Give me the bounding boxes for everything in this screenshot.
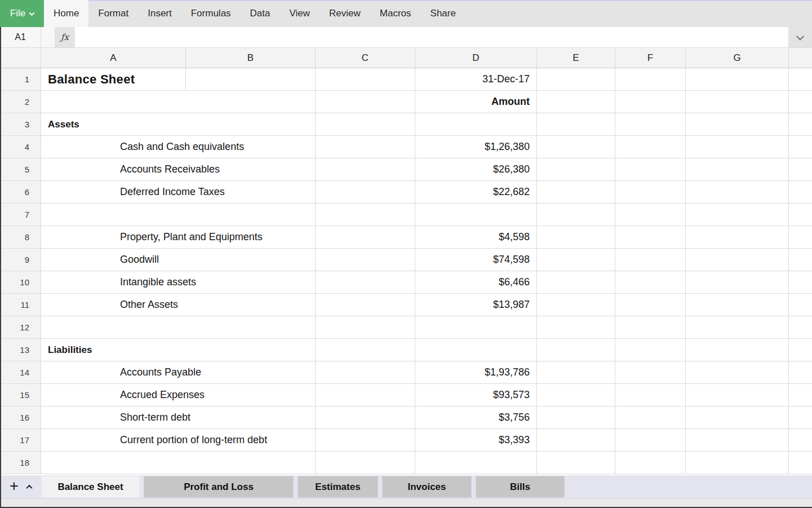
cell-A3[interactable]: Assets: [41, 113, 316, 136]
cell-C5[interactable]: [316, 158, 415, 181]
cell-H3[interactable]: [789, 113, 812, 136]
cell-C15[interactable]: [316, 384, 415, 407]
cell-F5[interactable]: [615, 158, 686, 181]
cell-C12[interactable]: [316, 316, 415, 339]
cell-C14[interactable]: [316, 361, 415, 384]
cell-E3[interactable]: [537, 113, 615, 136]
cell-C2[interactable]: [316, 91, 415, 113]
cell-F16[interactable]: [615, 407, 686, 429]
cell-G2[interactable]: [686, 91, 789, 113]
cell-H4[interactable]: [789, 136, 812, 158]
cell-H11[interactable]: [789, 294, 812, 316]
cell-E9[interactable]: [537, 249, 615, 271]
cell-C1[interactable]: [316, 68, 415, 91]
cell-F8[interactable]: [615, 226, 686, 249]
row-header-5[interactable]: 5: [0, 158, 41, 181]
cell-H8[interactable]: [789, 226, 812, 249]
menu-item-home[interactable]: Home: [44, 0, 88, 27]
row-header-12[interactable]: 12: [0, 316, 41, 339]
cell-A17[interactable]: Current portion of long-term debt: [41, 429, 316, 452]
cell-F9[interactable]: [615, 249, 686, 271]
cell-E8[interactable]: [537, 226, 615, 249]
cell-H10[interactable]: [789, 271, 812, 294]
cell-F15[interactable]: [615, 384, 686, 407]
cell-E6[interactable]: [537, 181, 615, 204]
cell-G7[interactable]: [686, 204, 789, 226]
cell-G8[interactable]: [686, 226, 789, 249]
cell-F10[interactable]: [615, 271, 686, 294]
cell-D16[interactable]: $3,756: [415, 407, 537, 429]
cell-E10[interactable]: [537, 271, 615, 294]
cell-D2[interactable]: Amount: [415, 91, 537, 113]
cell-A11[interactable]: Other Assets: [41, 294, 316, 316]
cell-G1[interactable]: [686, 68, 789, 91]
column-header-D[interactable]: D: [415, 48, 537, 68]
cell-D1[interactable]: 31-Dec-17: [415, 68, 537, 91]
menu-item-formulas[interactable]: Formulas: [181, 0, 241, 27]
sheet-tab-invoices[interactable]: Invoices: [382, 476, 472, 498]
formula-bar-expand-button[interactable]: [788, 27, 812, 47]
cell-F4[interactable]: [615, 136, 686, 158]
row-header-3[interactable]: 3: [0, 113, 41, 136]
cell-D5[interactable]: $26,380: [415, 158, 537, 181]
cell-G16[interactable]: [686, 407, 789, 429]
column-header-B[interactable]: B: [186, 48, 316, 68]
cell-D7[interactable]: [415, 204, 537, 226]
cell-A7[interactable]: [41, 204, 316, 226]
cell-H17[interactable]: [789, 429, 812, 452]
cell-C17[interactable]: [316, 429, 415, 452]
cell-C4[interactable]: [316, 136, 415, 158]
cell-C3[interactable]: [316, 113, 415, 136]
cell-G5[interactable]: [686, 158, 789, 181]
row-header-15[interactable]: 15: [0, 384, 41, 407]
cell-E4[interactable]: [537, 136, 615, 158]
cell-reference-box[interactable]: A1: [0, 27, 41, 47]
sheet-tab-bills[interactable]: Bills: [476, 476, 565, 498]
cell-E1[interactable]: [537, 68, 615, 91]
cell-H15[interactable]: [789, 384, 812, 407]
menu-item-insert[interactable]: Insert: [138, 0, 181, 27]
cell-C11[interactable]: [316, 294, 415, 316]
insert-function-button[interactable]: ƒx: [55, 27, 75, 47]
cell-C10[interactable]: [316, 271, 415, 294]
cell-G12[interactable]: [686, 316, 789, 339]
cell-A15[interactable]: Accrued Expenses: [41, 384, 316, 407]
row-header-1[interactable]: 1: [0, 68, 41, 91]
cell-E18[interactable]: [537, 452, 615, 474]
row-header-16[interactable]: 16: [0, 407, 41, 429]
cell-A2[interactable]: [41, 91, 316, 113]
cell-F18[interactable]: [615, 452, 686, 474]
cell-F7[interactable]: [615, 204, 686, 226]
cell-D18[interactable]: [415, 452, 537, 474]
cell-E7[interactable]: [537, 204, 615, 226]
row-header-2[interactable]: 2: [0, 91, 41, 113]
cell-D6[interactable]: $22,682: [415, 181, 537, 204]
add-sheet-button[interactable]: +: [10, 479, 19, 494]
cell-G6[interactable]: [686, 181, 789, 204]
menu-item-view[interactable]: View: [280, 0, 320, 27]
formula-input[interactable]: [75, 27, 788, 47]
cell-C6[interactable]: [316, 181, 415, 204]
cell-G14[interactable]: [686, 361, 789, 384]
cell-B1[interactable]: [186, 68, 316, 91]
cell-D14[interactable]: $1,93,786: [415, 361, 537, 384]
cell-D15[interactable]: $93,573: [415, 384, 537, 407]
row-header-10[interactable]: 10: [0, 271, 41, 294]
cell-G11[interactable]: [686, 294, 789, 316]
sheet-tab-estimates[interactable]: Estimates: [298, 476, 378, 498]
select-all-corner[interactable]: [0, 48, 41, 68]
column-header-G[interactable]: G: [686, 48, 789, 68]
cell-G10[interactable]: [686, 271, 789, 294]
column-header-A[interactable]: A: [41, 48, 186, 68]
cell-H6[interactable]: [789, 181, 812, 204]
cell-E2[interactable]: [537, 91, 615, 113]
column-header-E[interactable]: E: [537, 48, 615, 68]
cell-C9[interactable]: [316, 249, 415, 271]
cell-H7[interactable]: [789, 204, 812, 226]
cell-F14[interactable]: [615, 361, 686, 384]
sheet-tab-balance-sheet[interactable]: Balance Sheet: [41, 476, 140, 498]
cell-C8[interactable]: [316, 226, 415, 249]
menu-item-share[interactable]: Share: [421, 0, 465, 27]
row-header-8[interactable]: 8: [0, 226, 41, 249]
row-header-13[interactable]: 13: [0, 339, 41, 361]
